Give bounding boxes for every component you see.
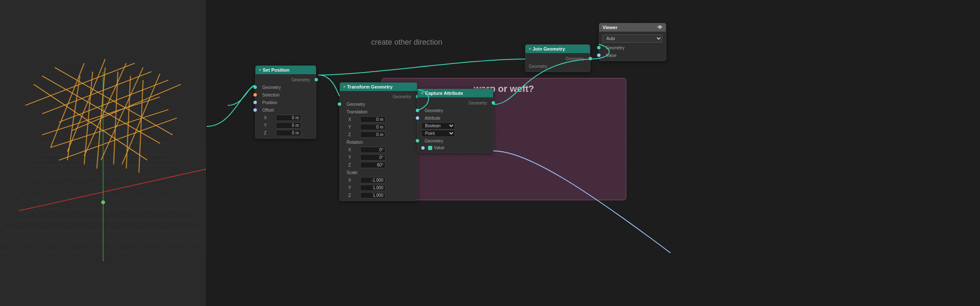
node-set-position-header[interactable]: ▾ Set Position — [256, 66, 316, 74]
viewer-value-row: Value — [599, 51, 666, 59]
ca-out-geo2-socket[interactable] — [416, 139, 419, 142]
input-offset-label: Offset: — [259, 108, 275, 113]
background-label: create other direction — [371, 38, 442, 47]
tg-trans-label: Translation: — [343, 110, 369, 114]
node-transform-header[interactable]: ▾ Transform Geometry — [340, 83, 417, 91]
ca-value-checkbox[interactable] — [428, 146, 432, 150]
3d-viewport[interactable] — [0, 0, 207, 306]
node-capture-attribute: ▾ Capture Attribute Geometry Geometry At… — [417, 89, 493, 153]
tg-rot-label-row: Rotation: — [340, 138, 417, 146]
jg-in-row: Geometry — [525, 62, 590, 70]
viewer-value-label: Value — [603, 53, 617, 58]
tg-rot-y-input[interactable] — [360, 154, 385, 161]
ca-type-row: Boolean Float Integer Vector — [418, 122, 493, 129]
tg-scale-y-label: Y — [348, 185, 357, 190]
chevron-icon: ▾ — [259, 68, 261, 72]
input-geometry-row: Geometry — [256, 83, 316, 91]
node-capture-header[interactable]: ▾ Capture Attribute — [418, 89, 493, 97]
viewer-auto-row: Auto Float Vector — [599, 33, 666, 44]
node-join-body: Geometry Geometry — [525, 53, 590, 72]
tg-trans-z-row: Z — [340, 131, 417, 138]
offset-z-row: Z — [256, 129, 316, 137]
tg-scale-z-input[interactable] — [360, 192, 385, 199]
offset-y-row: Y — [256, 121, 316, 129]
ca-value-label: Value — [434, 145, 444, 150]
input-geometry-socket[interactable] — [253, 86, 257, 89]
tg-rot-z-input[interactable] — [360, 162, 385, 168]
ca-in-attr-socket[interactable] — [416, 116, 419, 120]
ca-in-geo-row: Geometry — [418, 107, 493, 114]
tg-rot-x-row: X — [340, 146, 417, 153]
offset-y-input[interactable] — [276, 122, 301, 129]
node-join-title: Join Geometry — [533, 46, 565, 51]
jg-out-label: Geometry — [565, 56, 584, 61]
tg-rot-x-label: X — [348, 148, 357, 152]
offset-z-label: Z — [264, 131, 272, 135]
viewer-geo-label: Geometry — [603, 46, 625, 50]
ca-domain-dropdown[interactable]: Point Edge Face — [421, 130, 455, 137]
tg-trans-y-input[interactable] — [360, 124, 385, 130]
tg-trans-x-input[interactable] — [360, 116, 385, 123]
node-set-position-title: Set Position — [263, 67, 290, 72]
tg-trans-x-row: X — [340, 115, 417, 123]
node-transform-title: Transform Geometry — [347, 84, 393, 89]
viewer-value-socket[interactable] — [597, 54, 600, 57]
tg-scale-x-input[interactable] — [360, 177, 385, 183]
tg-scale-z-label: Z — [348, 193, 357, 198]
node-capture-body: Geometry Geometry Attribute Boolean Floa… — [418, 97, 493, 153]
tg-scale-z-row: Z — [340, 191, 417, 199]
node-editor[interactable]: create other direction warp or weft? ▾ S… — [207, 0, 980, 306]
input-selection-label: Selection — [259, 93, 280, 97]
ca-in-attr-row: Attribute — [418, 114, 493, 122]
offset-y-label: Y — [264, 123, 272, 128]
ca-in-geo-label: Geometry — [421, 108, 443, 113]
ca-out-geo-row: Geometry — [418, 99, 493, 107]
node-viewer-header[interactable]: Viewer 👁 — [599, 23, 666, 32]
node-set-position-body: Geometry Geometry Selection Position Off… — [256, 74, 316, 138]
viewer-geo-row: Geometry — [599, 44, 666, 51]
output-geometry-label: Geometry — [291, 78, 310, 82]
input-position-socket[interactable] — [253, 101, 257, 104]
offset-x-row: X — [256, 114, 316, 121]
wire-input-setpos — [207, 85, 255, 126]
viewer-auto-select[interactable]: Auto Float Vector — [603, 35, 662, 43]
tg-scale-y-input[interactable] — [360, 185, 385, 191]
ca-out-geo-socket[interactable] — [492, 101, 495, 105]
node-viewer-title: Viewer — [603, 25, 617, 30]
ca-in-geo-socket[interactable] — [416, 109, 419, 112]
input-position-row: Position — [256, 99, 316, 106]
tg-trans-x-label: X — [348, 117, 357, 122]
offset-x-input[interactable] — [276, 115, 301, 121]
tg-scale-x-label: X — [348, 178, 357, 183]
viewer-geo-socket[interactable] — [597, 46, 600, 49]
node-join-header[interactable]: ▾ Join Geometry — [525, 45, 590, 53]
tg-rot-z-row: Z — [340, 161, 417, 169]
node-viewer-body: Auto Float Vector Geometry Value — [599, 32, 666, 61]
wire-setpos-to-join — [318, 59, 525, 75]
tg-rot-y-row: Y — [340, 153, 417, 161]
tg-trans-z-input[interactable] — [360, 132, 385, 138]
ca-value-socket[interactable] — [421, 146, 425, 150]
ca-out-geo2-row: Geometry — [418, 137, 493, 145]
wire-warp-to-setpos — [228, 86, 255, 105]
tg-rot-x-input[interactable] — [360, 147, 385, 153]
tg-rot-label: Rotation: — [343, 140, 363, 145]
offset-z-input[interactable] — [276, 130, 301, 136]
node-capture-title: Capture Attribute — [425, 91, 463, 96]
tg-trans-y-row: Y — [340, 123, 417, 131]
chevron-icon: ▾ — [343, 85, 345, 89]
input-selection-socket[interactable] — [253, 93, 257, 97]
output-geometry-socket[interactable] — [315, 78, 318, 81]
tg-input-socket[interactable] — [338, 102, 341, 106]
chevron-icon: ▾ — [421, 91, 423, 95]
node-set-position: ▾ Set Position Geometry Geometry Selecti… — [255, 65, 316, 139]
tg-scale-y-row: Y — [340, 184, 417, 191]
ca-type-dropdown[interactable]: Boolean Float Integer Vector — [421, 122, 455, 129]
input-position-label: Position — [259, 100, 277, 105]
tg-output-label: Geometry — [393, 94, 411, 99]
jg-out-socket[interactable] — [589, 57, 592, 60]
node-transform-geometry: ▾ Transform Geometry Geometry Geometry T… — [339, 82, 417, 201]
node-join-geometry: ▾ Join Geometry Geometry Geometry — [525, 44, 590, 72]
offset-x-label: X — [264, 115, 272, 120]
input-offset-socket[interactable] — [253, 108, 257, 112]
